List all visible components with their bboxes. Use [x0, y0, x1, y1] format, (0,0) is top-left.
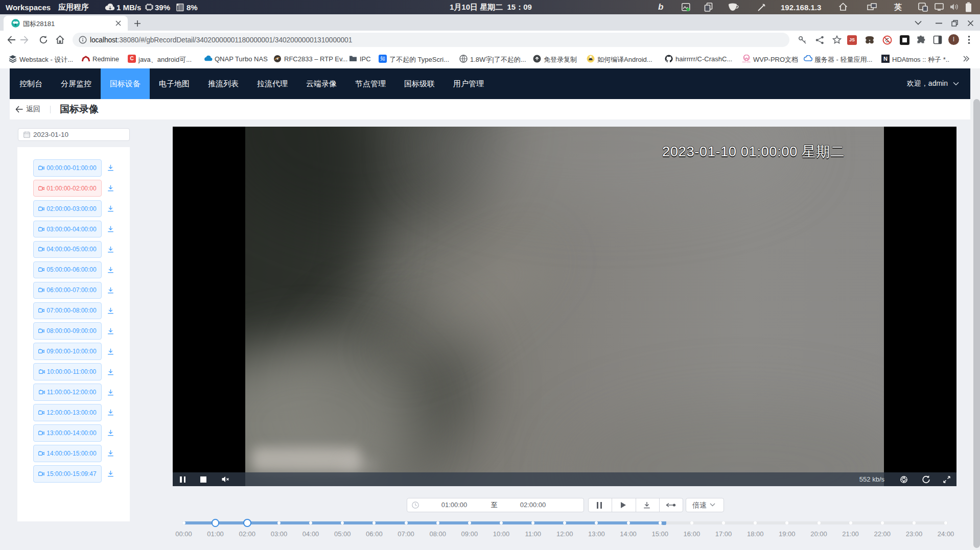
svg-text:WVP-PRO: WVP-PRO	[742, 61, 751, 63]
